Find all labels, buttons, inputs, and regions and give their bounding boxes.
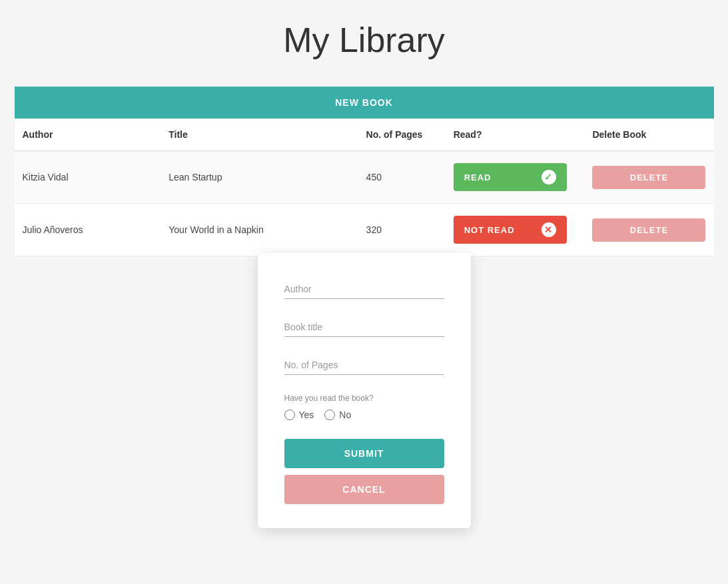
cell-read: NOT READ ✕ (446, 204, 585, 256)
radio-no-label: No (339, 410, 351, 420)
col-header-author: Author (15, 119, 161, 151)
table-header-row: Author Title No. of Pages Read? Delete B… (15, 119, 714, 151)
read-radio-group: Have you read the book? Yes No (284, 394, 444, 420)
cancel-button[interactable]: CANCEL (284, 475, 444, 504)
cell-delete: DELETE (584, 151, 713, 204)
delete-button[interactable]: DELETE (592, 218, 705, 242)
radio-yes-input[interactable] (284, 410, 295, 420)
cell-title: Your World in a Napkin (161, 204, 358, 256)
radio-question-label: Have you read the book? (284, 394, 444, 403)
add-book-modal: Have you read the book? Yes No SUBMIT CA… (258, 253, 471, 528)
table-row: Kitzia Vidal Lean Startup 450 READ ✓ DEL… (15, 151, 714, 204)
read-label: READ (464, 172, 492, 182)
author-input[interactable] (284, 280, 444, 299)
author-field-group (284, 280, 444, 299)
cell-read: READ ✓ (446, 151, 585, 204)
add-book-form-card: Have you read the book? Yes No SUBMIT CA… (258, 253, 471, 528)
radio-yes-option[interactable]: Yes (284, 410, 314, 420)
col-header-delete: Delete Book (584, 119, 713, 151)
cell-title: Lean Startup (161, 151, 358, 204)
radio-no-option[interactable]: No (324, 410, 351, 420)
radio-yes-label: Yes (299, 410, 314, 420)
cell-pages: 320 (358, 204, 446, 256)
pages-field-group (284, 356, 444, 375)
col-header-title: Title (161, 119, 358, 151)
checkmark-icon: ✓ (542, 170, 556, 184)
book-title-field-group (284, 318, 444, 337)
page-title: My Library (0, 0, 728, 87)
submit-button[interactable]: SUBMIT (284, 439, 444, 468)
cell-author: Julio Añoveros (15, 204, 161, 256)
cell-pages: 450 (358, 151, 446, 204)
books-table: Author Title No. of Pages Read? Delete B… (15, 119, 714, 256)
pages-input[interactable] (284, 356, 444, 375)
book-title-input[interactable] (284, 318, 444, 337)
delete-button[interactable]: DELETE (592, 166, 705, 189)
new-book-button[interactable]: NEW BOOK (15, 87, 714, 119)
read-status-button[interactable]: READ ✓ (454, 163, 567, 191)
table-row: Julio Añoveros Your World in a Napkin 32… (15, 204, 714, 256)
not-read-status-button[interactable]: NOT READ ✕ (454, 216, 567, 244)
x-icon: ✕ (542, 222, 556, 237)
col-header-pages: No. of Pages (358, 119, 446, 151)
radio-options-container: Yes No (284, 410, 444, 420)
cell-author: Kitzia Vidal (15, 151, 161, 204)
not-read-label: NOT READ (464, 225, 515, 235)
library-table-container: NEW BOOK Author Title No. of Pages Read?… (15, 87, 714, 256)
col-header-read: Read? (446, 119, 585, 151)
cell-delete: DELETE (584, 204, 713, 256)
radio-no-input[interactable] (324, 410, 335, 420)
